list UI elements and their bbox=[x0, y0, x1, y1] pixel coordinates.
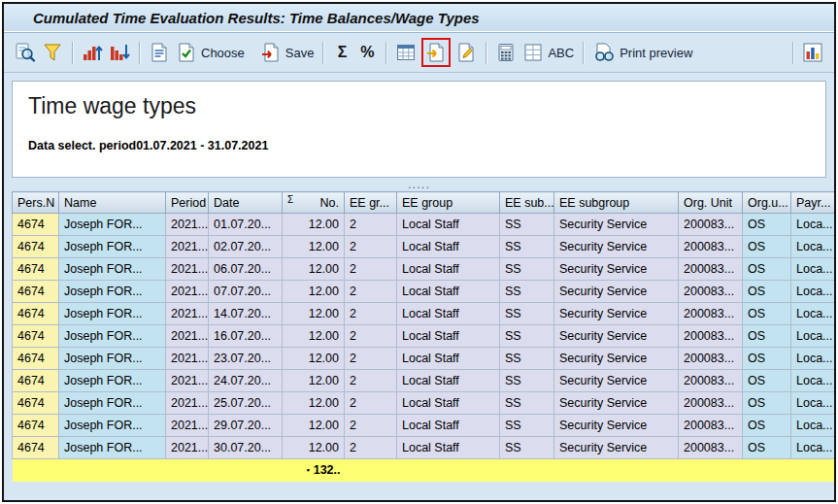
cell-date[interactable]: 06.07.20... bbox=[209, 258, 283, 281]
cell-payr[interactable]: Loca... bbox=[791, 303, 835, 325]
cell-org-unit[interactable]: 200083... bbox=[679, 303, 743, 325]
cell-org-u[interactable]: OS bbox=[743, 392, 791, 415]
col-header-no[interactable]: Σ No. bbox=[283, 192, 345, 214]
cell-ee-gr[interactable]: 2 bbox=[345, 370, 397, 392]
filter-button[interactable] bbox=[39, 40, 66, 65]
cell-name[interactable]: Joseph FOR... bbox=[59, 258, 166, 281]
cell-payr[interactable]: Loca... bbox=[791, 281, 835, 303]
cell-payr[interactable]: Loca... bbox=[791, 325, 835, 348]
cell-ee-group[interactable]: Local Staff bbox=[397, 281, 500, 303]
cell-name[interactable]: Joseph FOR... bbox=[59, 437, 166, 459]
cell-pers[interactable]: 4674 bbox=[13, 281, 59, 303]
table-row[interactable]: 4674 Joseph FOR... 2021... 06.07.20... 1… bbox=[13, 258, 835, 281]
cell-ee-group[interactable]: Local Staff bbox=[397, 303, 500, 325]
cell-ee-gr[interactable]: 2 bbox=[345, 437, 397, 459]
cell-pers[interactable]: 4674 bbox=[13, 392, 59, 415]
cell-ee-subgroup[interactable]: Security Service bbox=[554, 236, 679, 258]
cell-date[interactable]: 23.07.20... bbox=[209, 348, 283, 370]
print-preview-button[interactable]: Print preview bbox=[589, 40, 695, 65]
cell-ee-gr[interactable]: 2 bbox=[345, 415, 397, 437]
cell-date[interactable]: 02.07.20... bbox=[209, 236, 283, 258]
table-row[interactable]: 4674 Joseph FOR... 2021... 14.07.20... 1… bbox=[13, 303, 835, 325]
cell-name[interactable]: Joseph FOR... bbox=[59, 348, 166, 370]
col-header-ee-subgroup[interactable]: EE subgroup bbox=[554, 192, 679, 214]
cell-ee-subgroup[interactable]: Security Service bbox=[554, 303, 679, 325]
col-header-date[interactable]: Date bbox=[209, 192, 283, 214]
cell-period[interactable]: 2021... bbox=[166, 281, 209, 303]
cell-pers[interactable]: 4674 bbox=[13, 325, 59, 348]
cell-ee-sub[interactable]: SS bbox=[500, 236, 554, 258]
cell-ee-gr[interactable]: 2 bbox=[345, 303, 397, 325]
subtotal-button[interactable]: % bbox=[354, 40, 380, 65]
cell-org-unit[interactable]: 200083... bbox=[679, 437, 743, 459]
cell-org-u[interactable]: OS bbox=[743, 214, 791, 236]
cell-no[interactable]: 12.00 bbox=[283, 348, 345, 370]
table-row[interactable]: 4674 Joseph FOR... 2021... 29.07.20... 1… bbox=[13, 415, 835, 437]
cell-period[interactable]: 2021... bbox=[166, 415, 209, 437]
cell-ee-group[interactable]: Local Staff bbox=[397, 214, 500, 236]
cell-ee-sub[interactable]: SS bbox=[500, 325, 554, 348]
cell-period[interactable]: 2021... bbox=[166, 214, 209, 236]
cell-ee-group[interactable]: Local Staff bbox=[397, 325, 500, 348]
cell-org-u[interactable]: OS bbox=[743, 415, 791, 437]
cell-ee-group[interactable]: Local Staff bbox=[397, 370, 500, 392]
cell-name[interactable]: Joseph FOR... bbox=[59, 214, 166, 236]
cell-no[interactable]: 12.00 bbox=[283, 370, 345, 392]
save-button[interactable]: Save bbox=[257, 40, 318, 65]
cell-payr[interactable]: Loca... bbox=[791, 348, 835, 370]
table-row[interactable]: 4674 Joseph FOR... 2021... 23.07.20... 1… bbox=[13, 348, 835, 370]
col-header-pers[interactable]: Pers.N bbox=[13, 192, 59, 214]
table-row[interactable]: 4674 Joseph FOR... 2021... 02.07.20... 1… bbox=[13, 236, 835, 258]
cell-payr[interactable]: Loca... bbox=[791, 370, 835, 392]
cell-payr[interactable]: Loca... bbox=[791, 236, 835, 258]
cell-org-unit[interactable]: 200083... bbox=[679, 325, 743, 348]
total-cell[interactable]: ▪132.. bbox=[209, 459, 345, 482]
cell-ee-sub[interactable]: SS bbox=[500, 303, 554, 325]
cell-pers[interactable]: 4674 bbox=[13, 214, 59, 236]
cell-ee-group[interactable]: Local Staff bbox=[397, 415, 500, 437]
cell-ee-gr[interactable]: 2 bbox=[345, 348, 397, 370]
cell-org-unit[interactable]: 200083... bbox=[679, 392, 743, 415]
graphic-button[interactable] bbox=[799, 40, 826, 65]
cell-period[interactable]: 2021... bbox=[166, 258, 209, 281]
cell-name[interactable]: Joseph FOR... bbox=[59, 415, 166, 437]
col-header-org-unit[interactable]: Org. Unit bbox=[679, 192, 743, 214]
cell-org-unit[interactable]: 200083... bbox=[679, 348, 743, 370]
cell-ee-group[interactable]: Local Staff bbox=[397, 258, 500, 281]
cell-ee-gr[interactable]: 2 bbox=[345, 392, 397, 415]
cell-pers[interactable]: 4674 bbox=[13, 236, 59, 258]
cell-org-unit[interactable]: 200083... bbox=[679, 258, 743, 281]
col-header-ee-gr[interactable]: EE gr... bbox=[345, 192, 397, 214]
table-row[interactable]: 4674 Joseph FOR... 2021... 16.07.20... 1… bbox=[13, 325, 835, 348]
cell-ee-subgroup[interactable]: Security Service bbox=[554, 325, 679, 348]
cell-date[interactable]: 25.07.20... bbox=[209, 392, 283, 415]
cell-pers[interactable]: 4674 bbox=[13, 437, 59, 459]
cell-name[interactable]: Joseph FOR... bbox=[59, 370, 166, 392]
cell-ee-sub[interactable]: SS bbox=[500, 348, 554, 370]
cell-name[interactable]: Joseph FOR... bbox=[59, 325, 166, 348]
cell-ee-group[interactable]: Local Staff bbox=[397, 348, 500, 370]
col-header-ee-sub[interactable]: EE sub... bbox=[500, 192, 554, 214]
cell-org-unit[interactable]: 200083... bbox=[679, 236, 743, 258]
cell-ee-sub[interactable]: SS bbox=[500, 214, 554, 236]
cell-no[interactable]: 12.00 bbox=[283, 392, 345, 415]
cell-ee-subgroup[interactable]: Security Service bbox=[554, 437, 679, 459]
table-row[interactable]: 4674 Joseph FOR... 2021... 24.07.20... 1… bbox=[13, 370, 835, 392]
cell-org-u[interactable]: OS bbox=[743, 370, 791, 392]
cell-org-unit[interactable]: 200083... bbox=[679, 281, 743, 303]
cell-ee-group[interactable]: Local Staff bbox=[397, 392, 500, 415]
calculator-button[interactable] bbox=[492, 40, 520, 65]
choose-button[interactable]: Choose bbox=[173, 40, 248, 65]
cell-period[interactable]: 2021... bbox=[166, 437, 209, 459]
sort-ascending-button[interactable] bbox=[79, 40, 106, 65]
total-button[interactable]: Σ bbox=[329, 40, 354, 65]
cell-ee-subgroup[interactable]: Security Service bbox=[554, 370, 679, 392]
cell-payr[interactable]: Loca... bbox=[791, 415, 835, 437]
cell-no[interactable]: 12.00 bbox=[283, 325, 345, 348]
cell-payr[interactable]: Loca... bbox=[791, 214, 835, 236]
cell-ee-gr[interactable]: 2 bbox=[345, 258, 397, 281]
cell-ee-sub[interactable]: SS bbox=[500, 258, 554, 281]
cell-ee-subgroup[interactable]: Security Service bbox=[554, 214, 679, 236]
cell-ee-sub[interactable]: SS bbox=[500, 281, 554, 303]
col-header-org-u[interactable]: Org.u... bbox=[743, 192, 791, 214]
